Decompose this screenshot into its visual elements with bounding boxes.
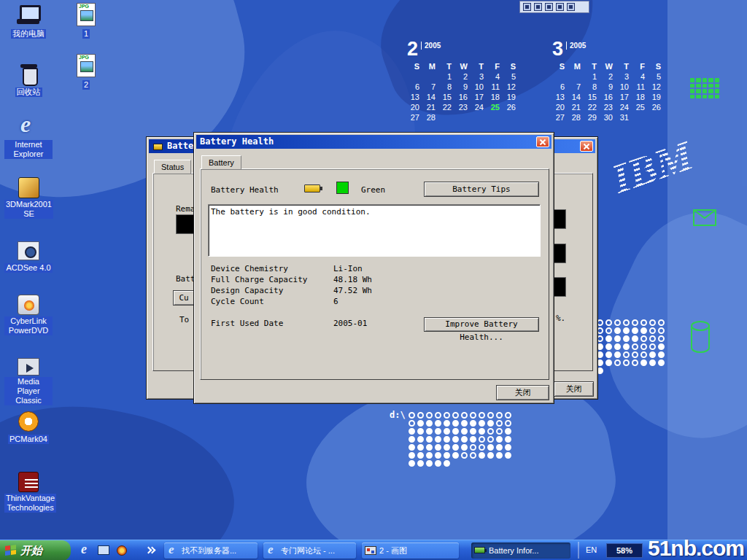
- close-button[interactable]: [536, 136, 549, 147]
- keyboard-icon[interactable]: [556, 3, 564, 11]
- display-icon[interactable]: [545, 3, 553, 11]
- taskbar-task-server[interactable]: 找不到服务器...: [164, 542, 258, 559]
- volume-icon[interactable]: [523, 3, 531, 11]
- desktop-icon-acdsee[interactable]: ACDSee 4.0: [4, 239, 53, 273]
- battery-percent-indicator[interactable]: 58%: [606, 543, 643, 558]
- desktop-icon-label: Internet Explorer: [4, 140, 53, 159]
- desktop-icon-3dmark2001[interactable]: 3DMark2001 SE: [4, 176, 53, 219]
- taskbar-task-forum[interactable]: 专门网论坛 - ...: [263, 542, 356, 559]
- start-button[interactable]: 开始: [0, 540, 71, 560]
- calendar-date: 16: [600, 92, 616, 102]
- close-icon: [537, 137, 549, 147]
- desktop-file-2[interactable]: JPG 2: [70, 54, 102, 90]
- desktop-icon-thinkvantage[interactable]: ThinkVantage Technologies: [4, 470, 53, 513]
- percent-label: %.: [556, 314, 565, 323]
- keypad-icon: [690, 78, 719, 98]
- condition-text: The battery is in good condition.: [211, 207, 371, 217]
- close-icon: [581, 141, 592, 151]
- calendar-day-header: S: [407, 61, 423, 71]
- calendar-date: 27: [552, 112, 568, 122]
- calendar-date: 23: [455, 102, 471, 112]
- detail-label: Design Capacity: [211, 286, 283, 295]
- acdsee-icon: [18, 241, 39, 260]
- current-button[interactable]: Cu: [173, 290, 195, 306]
- desktop-icon-recycle-bin[interactable]: 回收站: [4, 61, 53, 98]
- quicklaunch-overflow-chevron-icon[interactable]: [146, 547, 155, 554]
- calendar-day-header: F: [632, 61, 649, 71]
- battery-gauge-image: [176, 214, 194, 234]
- calendar-date: 1: [584, 71, 600, 82]
- desktop-icon-media-player-classic[interactable]: Media Player Classic: [4, 355, 53, 406]
- quicklaunch-ie-icon[interactable]: [79, 544, 92, 557]
- calendar-date: 10: [471, 82, 487, 92]
- detail-value: Li-Ion: [333, 264, 363, 273]
- calendar-date: 12: [503, 82, 519, 92]
- taskbar-task-paint[interactable]: 2 - 画图: [362, 542, 459, 559]
- calendar-date: 2: [455, 71, 471, 82]
- calendar-date: [439, 112, 455, 122]
- start-label: 开始: [20, 544, 42, 556]
- tab-pane: Battery Health Green Battery Tips The ba…: [200, 168, 549, 380]
- thinkvantage-icon: [18, 472, 39, 492]
- calendar-day-header: T: [439, 61, 455, 71]
- calendar-day-header: M: [568, 61, 584, 71]
- calendar-date: 27: [407, 112, 423, 122]
- task-label: 2 - 画图: [379, 546, 407, 555]
- desktop-icon-powerdvd[interactable]: CyberLink PowerDVD: [4, 293, 53, 336]
- task-label: 找不到服务器...: [182, 546, 236, 555]
- battery-gauge-image: [553, 209, 566, 229]
- calendar-date: [568, 71, 584, 82]
- calendar-date: 12: [649, 82, 665, 92]
- cylinder-icon: [690, 321, 711, 353]
- desktop-file-1[interactable]: JPG 1: [70, 3, 102, 39]
- detail-label: Full Charge Capacity: [211, 275, 307, 284]
- desktop-icon-pcmark04[interactable]: PCMark04: [4, 410, 53, 445]
- language-indicator[interactable]: EN: [586, 545, 597, 554]
- condition-textbox[interactable]: The battery is in good condition.: [208, 204, 541, 257]
- calendar-date: [649, 112, 665, 122]
- desktop-icon-my-computer[interactable]: 我的电脑: [4, 3, 53, 39]
- notes-icon[interactable]: [567, 3, 575, 11]
- tray-divider: [578, 542, 579, 559]
- close-button[interactable]: [580, 141, 593, 152]
- jpg-file-icon: JPG: [77, 54, 96, 77]
- desktop: IBM 22005SMTWTFS123456789101112131415161…: [0, 0, 747, 560]
- calendar-date: 17: [471, 92, 487, 102]
- desktop-icon-label: Media Player Classic: [4, 377, 53, 405]
- close-dialog-button[interactable]: 关闭: [496, 385, 549, 400]
- calendar-day-header: T: [471, 61, 487, 71]
- dialog-titlebar[interactable]: Battery Health: [196, 135, 551, 149]
- tab-battery[interactable]: Battery: [201, 155, 241, 169]
- calendar-date: 18: [487, 92, 503, 102]
- quicklaunch-media-icon[interactable]: [117, 545, 127, 556]
- file-type-label: JPG: [79, 4, 89, 9]
- desktop-icon-label: CyberLink PowerDVD: [4, 316, 53, 335]
- calendar-date: 4: [487, 71, 503, 82]
- calendar-date: [487, 112, 503, 122]
- media-player-classic-icon: [18, 358, 39, 376]
- powerdvd-icon: [18, 295, 39, 315]
- taskbar-task-battery-information[interactable]: Battery Infor...: [471, 542, 570, 559]
- close-window-button[interactable]: 关闭: [554, 381, 594, 397]
- quicklaunch-show-desktop-icon[interactable]: [98, 545, 109, 555]
- paint-icon: [365, 546, 376, 555]
- calendar-date: [552, 71, 568, 82]
- tab-status[interactable]: Status: [154, 160, 191, 174]
- desktop-icon-internet-explorer[interactable]: Internet Explorer: [4, 115, 53, 160]
- battery-gauge-image: [553, 277, 566, 297]
- calendar-day-header: F: [487, 61, 503, 71]
- calendar-date: 21: [568, 102, 584, 112]
- first-used-value: 2005-01: [333, 319, 367, 328]
- calendar-date: 3: [471, 71, 487, 82]
- calendar-date: 3: [616, 71, 632, 82]
- battery-tips-button[interactable]: Battery Tips: [424, 182, 539, 197]
- windows-flag-icon: [5, 545, 16, 556]
- calendar-date: 13: [552, 92, 568, 102]
- improve-battery-health-button[interactable]: Improve Battery Health...: [424, 317, 539, 332]
- window-title: Batte: [167, 141, 193, 151]
- calendar-date: 1: [439, 71, 455, 82]
- battery-status-swatch: [336, 182, 349, 194]
- calendar-date: 8: [584, 82, 600, 92]
- mic-icon[interactable]: [534, 3, 542, 11]
- calendar-date: 22: [439, 102, 455, 112]
